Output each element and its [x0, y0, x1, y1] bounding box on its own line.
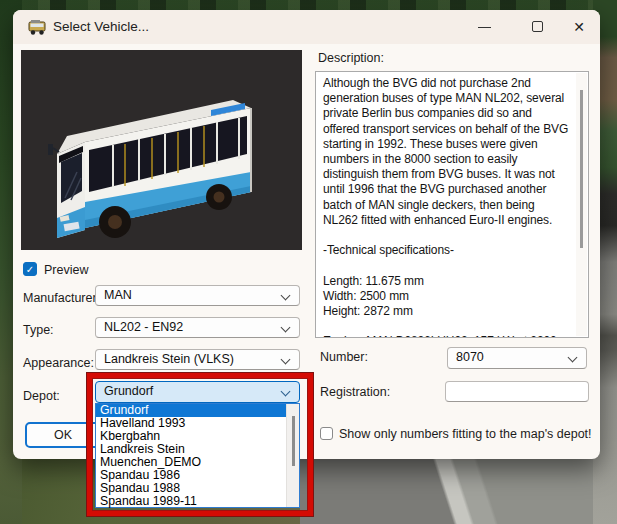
bus-preview-image	[21, 50, 302, 250]
description-label: Description:	[318, 51, 384, 65]
chevron-down-icon	[568, 353, 578, 363]
depot-option[interactable]: Spandau 1989-11	[96, 495, 299, 508]
depot-list-scrollbar[interactable]	[286, 404, 299, 507]
maximize-button[interactable]	[518, 10, 558, 44]
minimize-button[interactable]	[465, 10, 505, 44]
description-box: Although the BVG did not purchase 2nd ge…	[315, 71, 589, 338]
appearance-label: Appearance:	[23, 356, 94, 370]
registration-input[interactable]	[445, 381, 589, 402]
type-label: Type:	[23, 323, 54, 337]
depot-select[interactable]: Grundorf	[95, 381, 300, 403]
maximize-icon	[532, 21, 543, 32]
show-only-numbers-checkbox[interactable]	[320, 427, 333, 440]
description-scrollbar-thumb[interactable]	[580, 90, 583, 248]
manufacturer-value: MAN	[104, 288, 132, 302]
chevron-down-icon	[281, 387, 291, 397]
close-icon: ✕	[559, 10, 599, 44]
ok-button[interactable]: OK	[25, 422, 101, 448]
select-vehicle-dialog: Select Vehicle... ✕	[13, 10, 600, 459]
preview-checkbox-label: Preview	[44, 263, 88, 277]
description-scrollbar[interactable]	[576, 73, 587, 336]
appearance-value: Landkreis Stein (VLKS)	[104, 352, 234, 366]
minimize-icon	[478, 27, 491, 28]
manufacturer-label: Manufacturer:	[23, 291, 100, 305]
description-text: Although the BVG did not purchase 2nd ge…	[323, 76, 571, 338]
registration-label: Registration:	[320, 385, 390, 399]
bus-icon	[28, 19, 47, 36]
number-label: Number:	[320, 350, 368, 364]
type-select[interactable]: NL202 - EN92	[95, 317, 300, 338]
vehicle-preview	[21, 50, 302, 250]
depot-value: Grundorf	[104, 384, 153, 398]
check-icon: ✓	[26, 264, 34, 275]
depot-dropdown-list: Grundorf Havelland 1993 Kbergbahn Landkr…	[95, 403, 300, 508]
type-value: NL202 - EN92	[104, 320, 183, 334]
depot-list-scrollbar-thumb[interactable]	[292, 416, 295, 466]
number-value: 8070	[456, 350, 484, 364]
chevron-down-icon	[281, 323, 291, 333]
chevron-down-icon	[281, 355, 291, 365]
depot-label: Depot:	[23, 389, 60, 403]
close-button[interactable]: ✕	[559, 10, 599, 44]
preview-checkbox[interactable]: ✓	[23, 262, 37, 276]
chevron-down-icon	[281, 291, 291, 301]
manufacturer-select[interactable]: MAN	[95, 285, 300, 306]
window-title: Select Vehicle...	[53, 19, 149, 34]
show-only-numbers-label: Show only numbers fitting to the map's d…	[339, 427, 592, 441]
background-pavement	[300, 448, 617, 524]
appearance-select[interactable]: Landkreis Stein (VLKS)	[95, 349, 300, 370]
titlebar[interactable]: Select Vehicle... ✕	[13, 10, 600, 44]
number-select[interactable]: 8070	[447, 347, 587, 369]
